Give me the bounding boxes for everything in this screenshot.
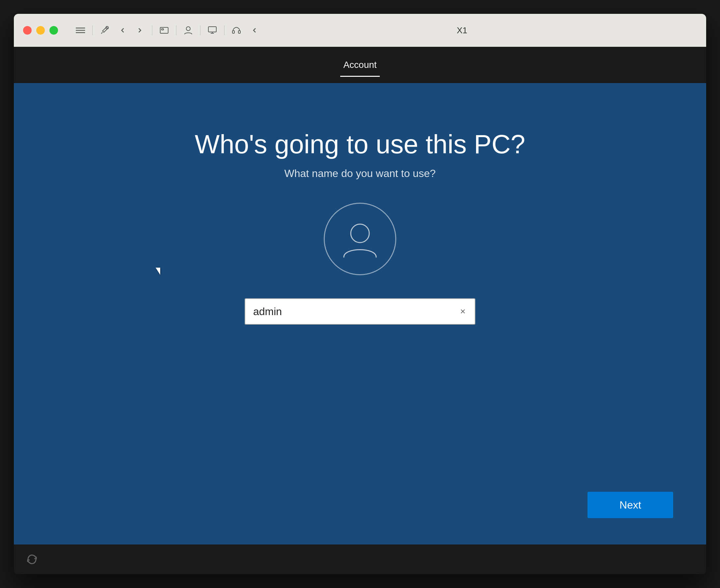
wrench-icon[interactable] [99,24,110,36]
back-icon[interactable] [116,24,128,36]
close-button[interactable] [23,26,32,35]
window-title: X1 [267,25,657,36]
divider-4 [200,25,201,35]
collapse-icon[interactable] [248,24,260,36]
svg-point-6 [186,27,190,30]
app-window: X1 Account Who's going to use this PC? W… [14,14,706,574]
divider-5 [224,25,225,35]
window-controls [23,26,58,35]
clear-icon: × [460,306,466,317]
headphones-icon[interactable] [230,24,242,36]
username-input-container: × [245,298,475,324]
divider-3 [176,25,177,35]
account-tab-label: Account [343,60,376,70]
divider-1 [92,25,92,35]
svg-rect-10 [232,30,234,33]
forward-icon[interactable] [134,24,146,36]
user-avatar [324,203,396,275]
user-icon[interactable] [182,24,194,36]
username-input[interactable] [245,298,475,324]
main-subheading: What name do you want to use? [285,167,436,180]
navbar: Account [14,47,706,83]
cursor [156,268,160,275]
statusbar-refresh-icon[interactable] [24,551,40,568]
svg-rect-7 [208,27,216,32]
minimize-button[interactable] [36,26,45,35]
monitor-icon[interactable] [206,24,218,36]
main-heading: Who's going to use this PC? [195,129,525,160]
statusbar [14,545,706,574]
refresh-icon [25,553,39,566]
maximize-button[interactable] [49,26,58,35]
clear-input-button[interactable]: × [456,305,470,318]
sidebar-toggle-icon[interactable] [75,24,86,36]
toolbar-icons [75,24,260,36]
drive-icon[interactable] [158,24,170,36]
svg-rect-5 [162,29,164,30]
divider-2 [152,25,152,35]
svg-point-12 [351,224,369,243]
svg-rect-11 [238,30,240,33]
titlebar: X1 [14,14,706,47]
svg-rect-4 [160,27,168,33]
user-avatar-icon [338,217,382,260]
account-tab[interactable]: Account [327,53,393,77]
next-button[interactable]: Next [588,492,673,518]
main-content: Who's going to use this PC? What name do… [14,83,706,545]
